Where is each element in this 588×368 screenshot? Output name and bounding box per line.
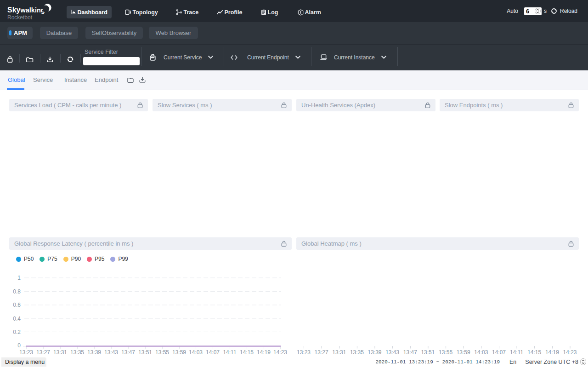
- svg-text:0.4: 0.4: [13, 316, 21, 322]
- svg-text:13:51: 13:51: [138, 349, 152, 356]
- svg-text:13:35: 13:35: [70, 349, 84, 356]
- svg-text:14:23: 14:23: [563, 349, 577, 356]
- svg-text:13:23: 13:23: [19, 349, 33, 356]
- svg-text:14:07: 14:07: [206, 349, 220, 356]
- svg-text:13:27: 13:27: [315, 349, 328, 356]
- svg-text:13:39: 13:39: [368, 349, 381, 356]
- svg-text:14:23: 14:23: [273, 349, 287, 356]
- svg-text:14:15: 14:15: [240, 349, 254, 356]
- svg-text:13:43: 13:43: [385, 349, 399, 356]
- svg-text:14:03: 14:03: [474, 349, 488, 356]
- svg-text:13:31: 13:31: [53, 349, 67, 356]
- svg-text:14:19: 14:19: [257, 349, 271, 356]
- svg-text:13:47: 13:47: [121, 349, 135, 356]
- svg-text:13:31: 13:31: [332, 349, 346, 356]
- svg-text:13:39: 13:39: [87, 349, 101, 356]
- svg-text:14:03: 14:03: [189, 349, 203, 356]
- svg-text:1: 1: [17, 275, 21, 281]
- svg-text:13:47: 13:47: [403, 349, 417, 356]
- svg-text:13:43: 13:43: [104, 349, 118, 356]
- svg-text:0.2: 0.2: [13, 329, 21, 335]
- svg-text:14:19: 14:19: [545, 349, 559, 356]
- svg-text:13:55: 13:55: [439, 349, 452, 356]
- svg-text:14:07: 14:07: [492, 349, 506, 356]
- svg-text:14:11: 14:11: [223, 349, 236, 356]
- svg-text:0.8: 0.8: [13, 288, 21, 295]
- svg-text:13:35: 13:35: [350, 349, 364, 356]
- svg-text:13:59: 13:59: [172, 349, 186, 356]
- svg-text:0.6: 0.6: [13, 302, 21, 308]
- svg-text:0: 0: [17, 342, 21, 349]
- svg-text:13:59: 13:59: [457, 349, 470, 356]
- svg-text:13:55: 13:55: [155, 349, 169, 356]
- svg-text:13:51: 13:51: [421, 349, 435, 356]
- svg-text:13:27: 13:27: [36, 349, 50, 356]
- svg-text:13:23: 13:23: [297, 349, 311, 356]
- svg-text:14:11: 14:11: [510, 349, 523, 356]
- svg-text:14:15: 14:15: [527, 349, 541, 356]
